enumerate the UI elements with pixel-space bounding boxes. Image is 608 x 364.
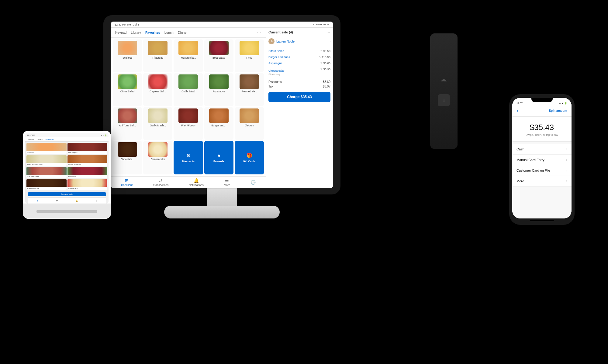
phone-notch [531, 98, 553, 102]
item-image-beetsalad [209, 41, 229, 55]
payment-method-cash[interactable]: Cash › [512, 144, 572, 155]
charge-button[interactable]: Charge $35.43 [268, 92, 330, 102]
notifications-icon: 🔔 [194, 178, 199, 183]
tablet-screen: 12:37 PM Mon Jul 3 ✓ Stand 100% Keypad L… [111, 22, 333, 188]
order-item-asparagus[interactable]: Asparagus ✎$6.00 [268, 60, 330, 66]
discounts-button[interactable]: ⊕ Discounts [174, 141, 203, 174]
nav-transactions[interactable]: ⇄ Transactions [153, 178, 168, 187]
list-item[interactable]: Cheesecake [67, 179, 108, 190]
edit-icon: ✎ [319, 56, 321, 58]
current-sale-title: Current sale (4) [268, 30, 293, 34]
list-item[interactable]: Garlic Mashed Potat... [26, 155, 67, 166]
list-item[interactable]: Chocolate... [113, 141, 142, 174]
split-amount-button[interactable]: Split amount [549, 109, 567, 112]
customer-row[interactable]: LN Lauren Noble › [268, 37, 330, 46]
list-item[interactable]: Scallops [113, 39, 142, 72]
terminal-nav-transactions[interactable]: ⇄ [56, 200, 58, 202]
item-image-flatbread [148, 41, 168, 55]
list-item[interactable]: Ahi Tuna Sal... [113, 107, 142, 140]
order-item-price: ✎$6.00 [320, 61, 330, 65]
list-item[interactable]: Burger and... [204, 107, 233, 140]
list-item[interactable]: Beet Salad [204, 39, 233, 72]
order-item-burger[interactable]: Burger and Fries ✎$13.50 [268, 54, 330, 60]
list-item[interactable]: Burger and Fries [67, 155, 108, 166]
order-item-citrus[interactable]: Citrus Salad ✎$9.50 [268, 48, 330, 54]
item-image-citrus [118, 74, 137, 89]
list-item[interactable]: Macaroni a... [174, 39, 203, 72]
list-item[interactable]: Flatbread [143, 39, 172, 72]
item-label-scallops: Scallops [123, 56, 132, 59]
item-label: Beet Salad [67, 175, 108, 178]
phone-status-icons: ▲▲ 🔋 [559, 102, 567, 105]
item-label-beetsalad: Beet Salad [212, 56, 225, 59]
phone-device: 12:37 ▲▲ 🔋 ‹ Split amount $35.43 Swipe, … [509, 94, 575, 225]
list-item[interactable]: Filet Mignon [67, 143, 108, 154]
tablet-time: 12:37 PM Mon Jul 3 [115, 23, 139, 26]
payment-method-card-on-file[interactable]: Customer Card on File › [512, 165, 572, 176]
list-item[interactable]: Scallops [26, 143, 67, 154]
item-image-fries [240, 41, 259, 55]
list-item[interactable]: Cobb Salad [174, 73, 203, 106]
avatar: LN [268, 38, 275, 44]
discounts-label: Discounts [182, 160, 195, 163]
item-image-ahituna [118, 108, 137, 123]
rewards-button[interactable]: ★ Rewards [204, 141, 233, 174]
list-item[interactable]: Asparagus [204, 73, 233, 106]
review-sale-button[interactable]: Review sale [28, 192, 106, 196]
nav-clock[interactable]: 🕐 [250, 180, 256, 185]
terminal-nav-checkout[interactable]: ⊞ [37, 200, 38, 202]
item-label: Garlic Mashed Potat... [26, 163, 67, 166]
item-label: Filet Mignon [67, 151, 108, 154]
list-item[interactable]: Beet Salad [67, 167, 108, 178]
tab-library[interactable]: Library [131, 31, 141, 34]
tax-value: $3.07 [323, 85, 330, 88]
item-label-flatbread: Flatbread [152, 56, 163, 59]
terminal-tab-library[interactable]: Library [37, 139, 42, 140]
item-image-scallops [118, 41, 137, 55]
tab-lunch[interactable]: Lunch [164, 31, 174, 34]
list-item[interactable]: Caprese Sal... [143, 73, 172, 106]
nav-notifications[interactable]: 🔔 Notifications [189, 178, 204, 187]
current-sale-more[interactable]: ··· [326, 30, 330, 34]
tab-dinner[interactable]: Dinner [178, 31, 188, 34]
list-item[interactable]: Filet Mignon [174, 107, 203, 140]
list-item[interactable]: Chicken [235, 107, 264, 140]
terminal-nav-notifications[interactable]: 🔔 [76, 200, 78, 202]
terminal-right: ▲▲ 🔋 [100, 134, 107, 136]
list-item[interactable]: Garlic Mash... [143, 107, 172, 140]
item-label-caprese: Caprese Sal... [150, 90, 166, 93]
terminal-tab-favorites[interactable]: Favorites [46, 139, 54, 140]
payment-method-more[interactable]: More › [512, 176, 572, 187]
item-image-garlicmash [148, 108, 168, 123]
terminal-screen: 12:37 PM ▲▲ 🔋 Keypad Library Favorites S… [25, 133, 109, 204]
manual-card-label: Manual Card Entry [516, 158, 544, 162]
item-image-filetmignon [178, 108, 198, 123]
phone-total-amount: $35.43 [516, 123, 567, 132]
back-button[interactable]: ‹ [516, 108, 518, 114]
more-payments-label: More [516, 179, 524, 183]
phone-payment-subtitle: Swipe, insert, or tap to pay [516, 133, 567, 136]
order-item-name: Cheesecake [268, 69, 285, 72]
tab-favorites[interactable]: Favorites [145, 31, 160, 34]
list-item[interactable]: Chocolate Cake [26, 179, 67, 190]
item-label: Cheesecake [67, 187, 108, 190]
payment-method-manual-card[interactable]: Manual Card Entry › [512, 155, 572, 165]
list-item[interactable]: Roasted Ve... [235, 73, 264, 106]
checkout-label: Checkout [121, 184, 133, 187]
tax-row: Tax $3.07 [268, 84, 330, 89]
terminal-nav-more[interactable]: ☰ [96, 200, 97, 202]
order-item-cheesecake[interactable]: Cheesecake Strawberry ✎$6.95 [268, 66, 330, 77]
item-image [67, 155, 108, 163]
order-item-price: ✎$6.95 [320, 67, 330, 71]
list-item[interactable]: Fries [235, 39, 264, 72]
nav-checkout[interactable]: ⊞ Checkout [121, 178, 133, 187]
tablet-nav-more[interactable]: ··· [257, 30, 261, 35]
terminal-tab-keypad[interactable]: Keypad [28, 139, 34, 140]
list-item[interactable]: Citrus Salad [113, 73, 142, 106]
discounts-total-value: - $3.60 [321, 80, 330, 84]
tab-keypad[interactable]: Keypad [115, 31, 126, 34]
gift-cards-button[interactable]: 🎁 Gift Cards [235, 141, 264, 174]
list-item[interactable]: Cheesecake [143, 141, 172, 174]
list-item[interactable]: Ahi Tuna Salad [26, 167, 67, 178]
nav-more[interactable]: ☰ More [224, 178, 230, 187]
